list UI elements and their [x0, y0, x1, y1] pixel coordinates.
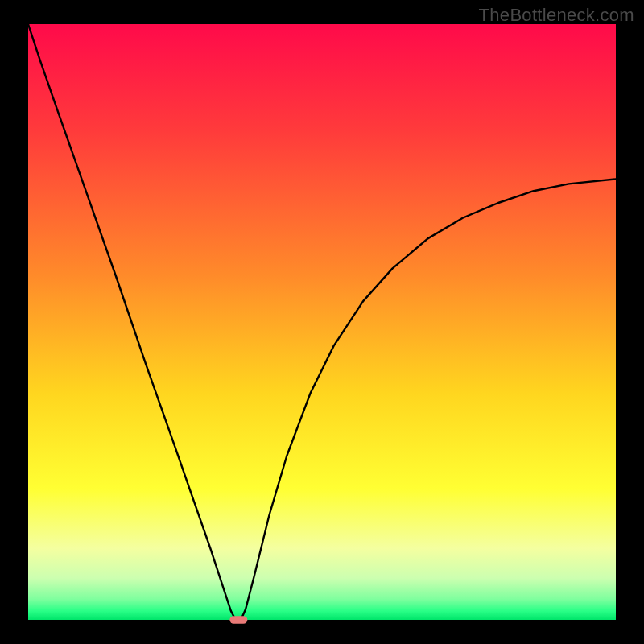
chart-svg [0, 0, 644, 644]
marker-pill [229, 616, 247, 624]
watermark-text: TheBottleneck.com [479, 5, 634, 26]
plot-background [28, 24, 616, 620]
chart-frame: TheBottleneck.com [0, 0, 644, 644]
